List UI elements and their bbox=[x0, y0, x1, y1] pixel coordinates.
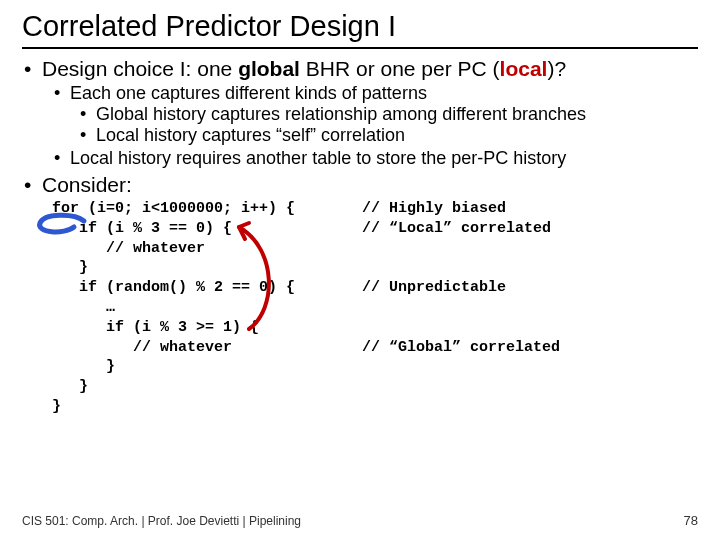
txt: Consider: bbox=[42, 173, 132, 196]
bullet-local-table: Local history requires another table to … bbox=[70, 148, 698, 169]
code-line: if (random() % 2 == 0) { bbox=[52, 278, 362, 298]
code-line: } bbox=[52, 377, 362, 397]
txt: Design choice I: one bbox=[42, 57, 238, 80]
txt: Each one captures different kinds of pat… bbox=[70, 83, 427, 103]
code-line: … bbox=[52, 298, 362, 318]
txt: )? bbox=[547, 57, 566, 80]
txt-local: local bbox=[500, 57, 548, 80]
code-line: if (i % 3 >= 1) { bbox=[52, 318, 362, 338]
bullet-consider: Consider: bbox=[42, 173, 698, 197]
page-number: 78 bbox=[684, 513, 698, 528]
bullet-global-history: Global history captures relationship amo… bbox=[96, 104, 698, 125]
code-line: if (i % 3 == 0) { bbox=[52, 219, 362, 239]
txt: BHR or one per PC ( bbox=[300, 57, 500, 80]
code-comment: // Highly biased bbox=[362, 199, 506, 219]
code-line: } bbox=[52, 258, 362, 278]
code-line: } bbox=[52, 397, 362, 417]
code-line: // whatever bbox=[52, 338, 362, 358]
bullet-captures: Each one captures different kinds of pat… bbox=[70, 83, 698, 146]
code-comment: // “Local” correlated bbox=[362, 219, 551, 239]
bullet-local-history: Local history captures “self” correlatio… bbox=[96, 125, 698, 146]
code-line: } bbox=[52, 357, 362, 377]
code-line: // whatever bbox=[52, 239, 362, 259]
txt-global: global bbox=[238, 57, 300, 80]
code-line: for (i=0; i<1000000; i++) { bbox=[52, 199, 362, 219]
code-block: for (i=0; i<1000000; i++) {// Highly bia… bbox=[52, 199, 698, 417]
code-comment: // Unpredictable bbox=[362, 278, 506, 298]
slide-title: Correlated Predictor Design I bbox=[22, 10, 698, 49]
footer-text: CIS 501: Comp. Arch. | Prof. Joe Deviett… bbox=[22, 514, 301, 528]
bullet-design-choice: Design choice I: one global BHR or one p… bbox=[42, 57, 698, 169]
code-comment: // “Global” correlated bbox=[362, 338, 560, 358]
